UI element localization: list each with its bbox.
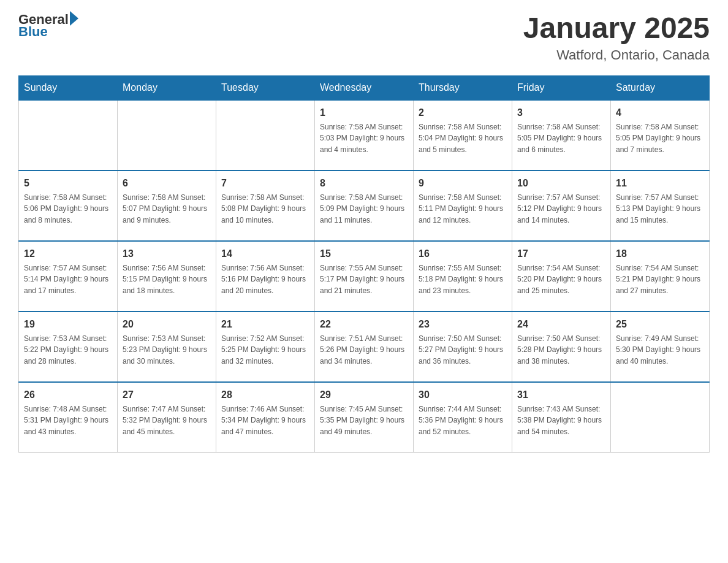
calendar-cell: 4Sunrise: 7:58 AM Sunset: 5:05 PM Daylig… — [611, 100, 710, 170]
calendar-cell: 20Sunrise: 7:53 AM Sunset: 5:23 PM Dayli… — [118, 312, 216, 382]
day-number: 1 — [320, 105, 408, 120]
day-number: 28 — [221, 388, 309, 402]
calendar-week-row: 12Sunrise: 7:57 AM Sunset: 5:14 PM Dayli… — [19, 241, 710, 312]
day-number: 12 — [24, 247, 112, 261]
day-info: Sunrise: 7:58 AM Sunset: 5:04 PM Dayligh… — [419, 121, 507, 156]
calendar-cell: 5Sunrise: 7:58 AM Sunset: 5:06 PM Daylig… — [19, 170, 118, 241]
col-header-monday: Monday — [118, 75, 216, 100]
day-info: Sunrise: 7:58 AM Sunset: 5:09 PM Dayligh… — [320, 192, 408, 226]
calendar-cell: 12Sunrise: 7:57 AM Sunset: 5:14 PM Dayli… — [19, 241, 118, 312]
day-number: 26 — [24, 388, 112, 402]
calendar-cell: 26Sunrise: 7:48 AM Sunset: 5:31 PM Dayli… — [19, 382, 118, 453]
day-info: Sunrise: 7:53 AM Sunset: 5:23 PM Dayligh… — [123, 333, 211, 367]
day-number: 11 — [616, 176, 704, 191]
logo-arrow-icon — [70, 11, 78, 26]
day-number: 21 — [221, 317, 309, 332]
day-number: 16 — [419, 247, 507, 261]
day-number: 25 — [616, 317, 704, 332]
day-info: Sunrise: 7:44 AM Sunset: 5:36 PM Dayligh… — [419, 404, 507, 438]
day-info: Sunrise: 7:58 AM Sunset: 5:07 PM Dayligh… — [123, 192, 211, 226]
logo-blue-text: Blue — [18, 25, 48, 39]
day-info: Sunrise: 7:55 AM Sunset: 5:17 PM Dayligh… — [320, 262, 408, 297]
col-header-friday: Friday — [512, 75, 611, 100]
day-info: Sunrise: 7:53 AM Sunset: 5:22 PM Dayligh… — [24, 333, 112, 367]
calendar-week-row: 1Sunrise: 7:58 AM Sunset: 5:03 PM Daylig… — [19, 100, 710, 170]
calendar-cell: 30Sunrise: 7:44 AM Sunset: 5:36 PM Dayli… — [414, 382, 512, 453]
day-info: Sunrise: 7:50 AM Sunset: 5:28 PM Dayligh… — [517, 333, 605, 367]
title-area: January 2025 Watford, Ontario, Canada — [523, 12, 710, 63]
day-info: Sunrise: 7:57 AM Sunset: 5:12 PM Dayligh… — [517, 192, 605, 226]
day-number: 2 — [419, 105, 507, 120]
location-text: Watford, Ontario, Canada — [523, 47, 710, 63]
day-info: Sunrise: 7:56 AM Sunset: 5:16 PM Dayligh… — [221, 262, 309, 297]
day-info: Sunrise: 7:54 AM Sunset: 5:20 PM Dayligh… — [517, 262, 605, 297]
calendar-cell — [118, 100, 216, 170]
calendar-cell: 24Sunrise: 7:50 AM Sunset: 5:28 PM Dayli… — [512, 312, 611, 382]
calendar-cell — [19, 100, 118, 170]
day-number: 13 — [123, 247, 211, 261]
day-info: Sunrise: 7:57 AM Sunset: 5:14 PM Dayligh… — [24, 262, 112, 297]
calendar-cell: 10Sunrise: 7:57 AM Sunset: 5:12 PM Dayli… — [512, 170, 611, 241]
day-number: 23 — [419, 317, 507, 332]
day-number: 18 — [616, 247, 704, 261]
day-info: Sunrise: 7:57 AM Sunset: 5:13 PM Dayligh… — [616, 192, 704, 226]
day-number: 3 — [517, 105, 605, 120]
day-number: 19 — [24, 317, 112, 332]
day-number: 14 — [221, 247, 309, 261]
day-info: Sunrise: 7:50 AM Sunset: 5:27 PM Dayligh… — [419, 333, 507, 367]
day-info: Sunrise: 7:51 AM Sunset: 5:26 PM Dayligh… — [320, 333, 408, 367]
day-info: Sunrise: 7:54 AM Sunset: 5:21 PM Dayligh… — [616, 262, 704, 297]
day-info: Sunrise: 7:58 AM Sunset: 5:11 PM Dayligh… — [419, 192, 507, 226]
day-number: 5 — [24, 176, 112, 191]
col-header-wednesday: Wednesday — [315, 75, 414, 100]
day-info: Sunrise: 7:56 AM Sunset: 5:15 PM Dayligh… — [123, 262, 211, 297]
col-header-thursday: Thursday — [414, 75, 512, 100]
day-info: Sunrise: 7:47 AM Sunset: 5:32 PM Dayligh… — [123, 404, 211, 438]
calendar-header-row: SundayMondayTuesdayWednesdayThursdayFrid… — [19, 75, 710, 100]
calendar-cell: 14Sunrise: 7:56 AM Sunset: 5:16 PM Dayli… — [216, 241, 315, 312]
day-number: 24 — [517, 317, 605, 332]
calendar-cell: 2Sunrise: 7:58 AM Sunset: 5:04 PM Daylig… — [414, 100, 512, 170]
calendar-cell: 25Sunrise: 7:49 AM Sunset: 5:30 PM Dayli… — [611, 312, 710, 382]
calendar-cell: 17Sunrise: 7:54 AM Sunset: 5:20 PM Dayli… — [512, 241, 611, 312]
calendar-cell — [611, 382, 710, 453]
day-info: Sunrise: 7:46 AM Sunset: 5:34 PM Dayligh… — [221, 404, 309, 438]
calendar-week-row: 5Sunrise: 7:58 AM Sunset: 5:06 PM Daylig… — [19, 170, 710, 241]
day-info: Sunrise: 7:48 AM Sunset: 5:31 PM Dayligh… — [24, 404, 112, 438]
day-number: 22 — [320, 317, 408, 332]
month-title: January 2025 — [523, 12, 710, 45]
calendar-table: SundayMondayTuesdayWednesdayThursdayFrid… — [18, 75, 710, 453]
day-info: Sunrise: 7:43 AM Sunset: 5:38 PM Dayligh… — [517, 404, 605, 438]
day-number: 9 — [419, 176, 507, 191]
calendar-cell: 9Sunrise: 7:58 AM Sunset: 5:11 PM Daylig… — [414, 170, 512, 241]
day-number: 4 — [616, 105, 704, 120]
calendar-cell: 3Sunrise: 7:58 AM Sunset: 5:05 PM Daylig… — [512, 100, 611, 170]
calendar-cell: 7Sunrise: 7:58 AM Sunset: 5:08 PM Daylig… — [216, 170, 315, 241]
calendar-cell: 29Sunrise: 7:45 AM Sunset: 5:35 PM Dayli… — [315, 382, 414, 453]
day-number: 8 — [320, 176, 408, 191]
calendar-cell — [216, 100, 315, 170]
calendar-cell: 18Sunrise: 7:54 AM Sunset: 5:21 PM Dayli… — [611, 241, 710, 312]
calendar-cell: 23Sunrise: 7:50 AM Sunset: 5:27 PM Dayli… — [414, 312, 512, 382]
calendar-week-row: 19Sunrise: 7:53 AM Sunset: 5:22 PM Dayli… — [19, 312, 710, 382]
day-info: Sunrise: 7:55 AM Sunset: 5:18 PM Dayligh… — [419, 262, 507, 297]
day-number: 10 — [517, 176, 605, 191]
calendar-cell: 11Sunrise: 7:57 AM Sunset: 5:13 PM Dayli… — [611, 170, 710, 241]
day-info: Sunrise: 7:45 AM Sunset: 5:35 PM Dayligh… — [320, 404, 408, 438]
calendar-cell: 27Sunrise: 7:47 AM Sunset: 5:32 PM Dayli… — [118, 382, 216, 453]
day-number: 27 — [123, 388, 211, 402]
col-header-tuesday: Tuesday — [216, 75, 315, 100]
day-number: 15 — [320, 247, 408, 261]
page-header: General Blue January 2025 Watford, Ontar… — [18, 12, 710, 63]
col-header-sunday: Sunday — [19, 75, 118, 100]
logo: General Blue — [18, 12, 78, 39]
day-info: Sunrise: 7:52 AM Sunset: 5:25 PM Dayligh… — [221, 333, 309, 367]
calendar-cell: 16Sunrise: 7:55 AM Sunset: 5:18 PM Dayli… — [414, 241, 512, 312]
calendar-cell: 1Sunrise: 7:58 AM Sunset: 5:03 PM Daylig… — [315, 100, 414, 170]
day-number: 20 — [123, 317, 211, 332]
col-header-saturday: Saturday — [611, 75, 710, 100]
day-number: 6 — [123, 176, 211, 191]
calendar-cell: 22Sunrise: 7:51 AM Sunset: 5:26 PM Dayli… — [315, 312, 414, 382]
calendar-cell: 28Sunrise: 7:46 AM Sunset: 5:34 PM Dayli… — [216, 382, 315, 453]
day-info: Sunrise: 7:58 AM Sunset: 5:05 PM Dayligh… — [517, 121, 605, 156]
